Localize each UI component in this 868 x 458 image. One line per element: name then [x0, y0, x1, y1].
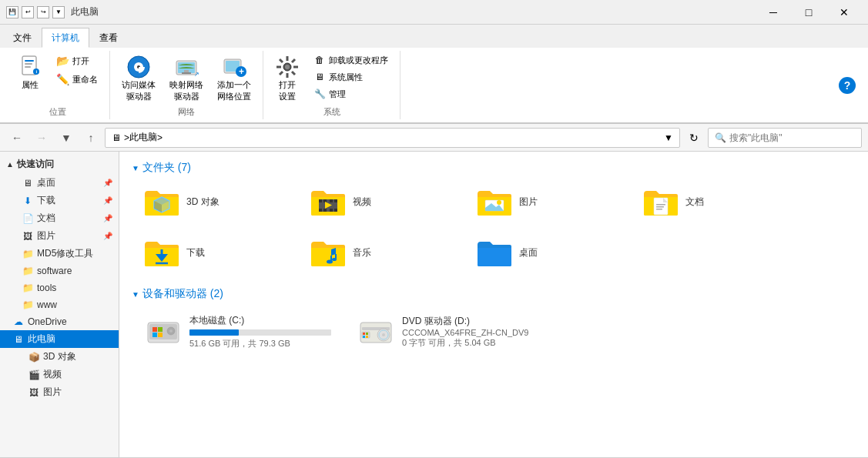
- uninstall-button[interactable]: 🗑 卸载或更改程序: [308, 52, 394, 68]
- quick-redo-icon[interactable]: ↪: [37, 6, 49, 18]
- manage-button[interactable]: 🔧 管理: [308, 86, 394, 102]
- folder-3d-name: 3D 对象: [186, 196, 220, 209]
- sidebar-item-tools[interactable]: 📁 tools: [0, 279, 119, 296]
- svg-rect-39: [323, 209, 327, 212]
- minimize-button[interactable]: ─: [756, 0, 791, 25]
- properties-button[interactable]: i 属性: [12, 52, 48, 93]
- refresh-button[interactable]: ↻: [683, 127, 705, 149]
- sidebar-item-pictures2[interactable]: 🖼 图片: [0, 383, 119, 401]
- forward-button[interactable]: →: [31, 127, 52, 149]
- folder-item-pictures[interactable]: 图片: [471, 182, 625, 221]
- open-icon: 📂: [56, 55, 69, 67]
- add-location-label: 添加一个网络位置: [217, 79, 251, 102]
- tab-view[interactable]: 查看: [89, 28, 128, 48]
- sidebar-item-videos[interactable]: 🎬 视频: [0, 366, 119, 383]
- path-dropdown-icon[interactable]: ▼: [664, 132, 673, 143]
- drives-section-header[interactable]: ▼ 设备和驱动器 (2): [132, 287, 856, 301]
- add-location-button[interactable]: + 添加一个网络位置: [212, 52, 256, 105]
- folder-item-downloads[interactable]: 下载: [138, 233, 292, 272]
- path-thispc: 此电脑: [129, 131, 157, 144]
- sys-properties-icon: 🖥: [313, 71, 326, 83]
- sys-properties-label: 系统属性: [329, 72, 363, 83]
- sidebar: ▲ 快速访问 🖥 桌面 📌 ⬇ 下载 📌 📄 文档 📌 🖼 图片 📌 📁 MD5…: [0, 152, 119, 457]
- pictures2-icon: 🖼: [28, 386, 40, 399]
- folders-section-label: 文件夹 (7): [142, 161, 191, 175]
- svg-point-53: [327, 260, 333, 264]
- sidebar-item-pictures[interactable]: 🖼 图片 📌: [0, 227, 119, 245]
- quick-undo-icon[interactable]: ↩: [22, 6, 34, 18]
- sidebar-item-software[interactable]: 📁 software: [0, 262, 119, 279]
- c-drive-icon: [145, 316, 182, 347]
- chevron-right-icon: ▲: [6, 160, 14, 169]
- svg-rect-58: [152, 327, 157, 332]
- back-button[interactable]: ←: [6, 127, 28, 149]
- system-small-buttons: 🗑 卸载或更改程序 🖥 系统属性 🔧 管理: [308, 52, 394, 102]
- svg-line-27: [292, 59, 295, 62]
- svg-rect-46: [656, 204, 665, 206]
- recent-locations-button[interactable]: ▼: [55, 127, 77, 149]
- map-drive-label: 映射网络驱动器: [169, 79, 203, 102]
- pictures2-label: 图片: [43, 386, 62, 399]
- thispc-icon: 🖥: [12, 333, 25, 346]
- address-path[interactable]: 🖥 > 此电脑 > ▼: [105, 128, 680, 148]
- folder-item-videos[interactable]: 视频: [304, 182, 458, 221]
- folder-pictures-icon: [476, 186, 513, 217]
- sidebar-item-www[interactable]: 📁 www: [0, 296, 119, 313]
- up-button[interactable]: ↑: [80, 127, 102, 149]
- manage-label: 管理: [329, 89, 346, 100]
- rename-label: 重命名: [72, 74, 98, 85]
- svg-point-55: [332, 258, 337, 261]
- svg-rect-41: [334, 209, 337, 212]
- tab-file[interactable]: 文件: [3, 28, 42, 48]
- folder-item-music[interactable]: 音乐: [304, 233, 458, 272]
- tab-computer[interactable]: 计算机: [42, 28, 89, 48]
- drive-item-d[interactable]: DVD 驱动器 (D:) CCCOMA_X64FRE_ZH-CN_DV9 0 字…: [350, 309, 551, 355]
- maximize-button[interactable]: □: [791, 0, 826, 25]
- sidebar-item-3d[interactable]: 📦 3D 对象: [0, 348, 119, 366]
- sidebar-item-onedrive[interactable]: ☁ OneDrive: [0, 313, 119, 330]
- svg-rect-38: [319, 209, 322, 212]
- sidebar-item-thispc[interactable]: 🖥 此电脑: [0, 330, 119, 348]
- documents-label: 文档: [37, 212, 55, 225]
- map-drive-button[interactable]: ↗ 映射网络驱动器: [164, 52, 209, 105]
- quick-menu-icon[interactable]: ▼: [52, 6, 65, 18]
- svg-point-20: [285, 65, 290, 69]
- drives-chevron-icon: ▼: [132, 290, 139, 299]
- sys-properties-button[interactable]: 🖥 系统属性: [308, 69, 394, 85]
- sidebar-item-desktop[interactable]: 🖥 桌面 📌: [0, 174, 119, 192]
- folder-item-desktop[interactable]: 桌面: [471, 233, 625, 272]
- onedrive-label: OneDrive: [28, 316, 67, 327]
- documents-icon: 📄: [22, 212, 34, 225]
- svg-rect-68: [366, 333, 368, 335]
- sidebar-item-documents[interactable]: 📄 文档 📌: [0, 209, 119, 227]
- svg-line-25: [280, 59, 283, 62]
- rename-button[interactable]: ✏️ 重命名: [51, 71, 103, 88]
- access-media-button[interactable]: 访问媒体驱动器: [116, 52, 161, 105]
- pin-icon-2: 📌: [103, 196, 112, 205]
- sidebar-item-downloads[interactable]: ⬇ 下载 📌: [0, 192, 119, 209]
- open-button[interactable]: 📂 打开: [51, 52, 103, 69]
- folder-documents-name: 文档: [685, 196, 704, 209]
- add-location-icon: +: [222, 55, 246, 79]
- folder-music-name: 音乐: [353, 246, 371, 259]
- folder-item-documents[interactable]: 文档: [637, 182, 791, 221]
- svg-text:↗: ↗: [194, 71, 199, 78]
- pictures-label: 图片: [37, 229, 55, 242]
- close-button[interactable]: ✕: [826, 0, 862, 25]
- drive-item-c[interactable]: 本地磁盘 (C:) 51.6 GB 可用，共 79.3 GB: [138, 309, 338, 355]
- help-button[interactable]: ?: [839, 77, 856, 94]
- open-settings-button[interactable]: 打开设置: [270, 52, 305, 105]
- quick-save-icon[interactable]: 💾: [6, 6, 18, 18]
- pin-icon: 📌: [103, 179, 112, 187]
- onedrive-icon: ☁: [12, 316, 25, 328]
- sidebar-item-md5[interactable]: 📁 MD5修改工具: [0, 245, 119, 262]
- pin-icon-4: 📌: [103, 232, 112, 240]
- search-input[interactable]: [729, 132, 855, 143]
- folder-item-3d[interactable]: 3D 对象: [138, 182, 292, 221]
- address-bar: ← → ▼ ↑ 🖥 > 此电脑 > ▼ ↻ 🔍: [0, 124, 868, 152]
- path-computer-icon: 🖥: [112, 132, 121, 143]
- ribbon-content: i 属性 📂 打开 ✏️ 重命名 位置: [0, 48, 868, 123]
- quick-access-section[interactable]: ▲ 快速访问: [0, 155, 119, 174]
- videos-icon: 🎬: [28, 369, 40, 381]
- folders-section-header[interactable]: ▼ 文件夹 (7): [132, 161, 856, 175]
